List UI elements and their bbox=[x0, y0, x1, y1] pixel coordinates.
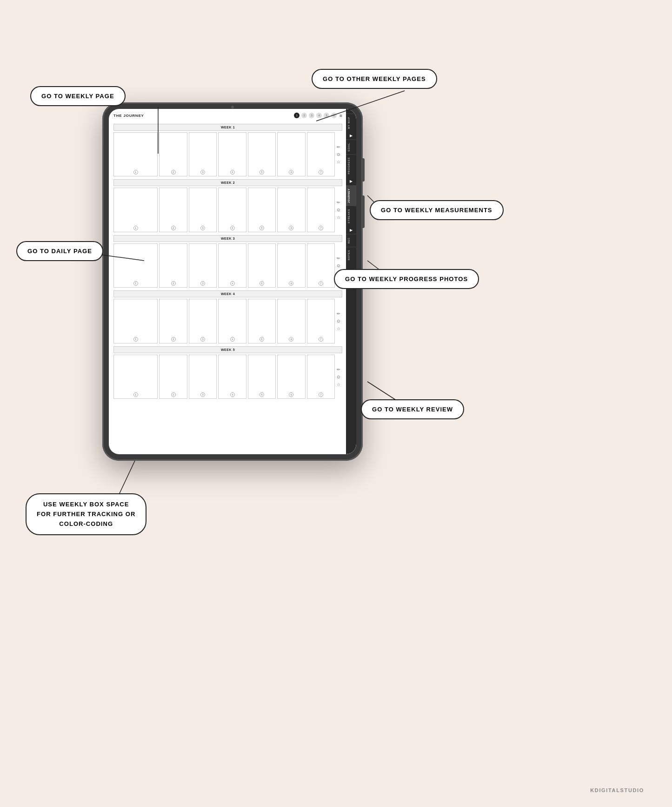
week1-day2[interactable]: 2 bbox=[159, 132, 187, 176]
app-header: THE JOURNEY 1 2 3 4 5 6 ≡ bbox=[113, 113, 342, 120]
week2-camera-icon[interactable]: ⊙ bbox=[336, 207, 341, 213]
week4-day2[interactable]: 2 bbox=[159, 299, 187, 343]
tab-arrow-1[interactable]: ▶ bbox=[350, 132, 353, 140]
week4-day1-large[interactable]: 1 bbox=[113, 299, 158, 343]
nav-dot-4[interactable]: 4 bbox=[316, 113, 322, 118]
tab-goal[interactable]: GOAL bbox=[346, 140, 356, 155]
week2-day5[interactable]: 5 bbox=[248, 188, 276, 232]
camera-dot bbox=[231, 106, 234, 108]
week-4-header: WEEK 4 bbox=[113, 290, 342, 297]
week5-day4[interactable]: 4 bbox=[218, 355, 246, 399]
ipad-device: THE JOURNEY 1 2 3 4 5 6 ≡ WEEK 1 bbox=[102, 102, 363, 461]
week5-day3[interactable]: 3 bbox=[189, 355, 217, 399]
week1-day4[interactable]: 4 bbox=[218, 132, 246, 176]
week2-day3[interactable]: 3 bbox=[189, 188, 217, 232]
week4-edit-icon[interactable]: ✏ bbox=[336, 311, 341, 316]
screen-content: THE JOURNEY 1 2 3 4 5 6 ≡ WEEK 1 bbox=[109, 109, 346, 454]
tab-progress[interactable]: PROGRESS bbox=[346, 154, 356, 177]
week3-day2[interactable]: 2 bbox=[159, 243, 187, 288]
week5-edit-icon[interactable]: ✏ bbox=[336, 367, 341, 372]
ipad-screen: THE JOURNEY 1 2 3 4 5 6 ≡ WEEK 1 bbox=[109, 109, 356, 454]
week3-edit-icon[interactable]: ✏ bbox=[336, 256, 341, 261]
week-2-header: WEEK 2 bbox=[113, 179, 342, 186]
week5-camera-icon[interactable]: ⊙ bbox=[336, 374, 341, 380]
week1-camera-icon[interactable]: ⊙ bbox=[336, 152, 341, 157]
week5-side-icons: ✏ ⊙ ☆ bbox=[336, 366, 342, 388]
side-button-1 bbox=[362, 158, 365, 182]
week4-star-icon[interactable]: ☆ bbox=[336, 326, 341, 331]
week-1-section: WEEK 1 1 2 3 4 5 6 7 ✏ ⊙ ☆ bbox=[113, 124, 342, 176]
week4-day3[interactable]: 3 bbox=[189, 299, 217, 343]
week4-day7[interactable]: 7 bbox=[307, 299, 335, 343]
tab-rec[interactable]: REC bbox=[346, 234, 356, 247]
week1-side-icons: ✏ ⊙ ☆ bbox=[336, 143, 342, 166]
callout-weekly-box-tip: USE WEEKLY BOX SPACE FOR FURTHER TRACKIN… bbox=[26, 493, 146, 535]
week3-camera-icon[interactable]: ⊙ bbox=[336, 263, 341, 269]
callout-weekly-progress-photos[interactable]: GO TO WEEKLY PROGRESS PHOTOS bbox=[334, 269, 479, 289]
nav-dots: 1 2 3 4 5 6 bbox=[294, 113, 337, 118]
week3-day6[interactable]: 6 bbox=[277, 243, 305, 288]
week2-day1-large[interactable]: 1 bbox=[113, 188, 158, 232]
callout-other-weekly[interactable]: GO TO OTHER WEEKLY PAGES bbox=[312, 69, 437, 89]
side-button-2 bbox=[362, 195, 365, 228]
week3-day3[interactable]: 3 bbox=[189, 243, 217, 288]
nav-dot-6[interactable]: 6 bbox=[331, 113, 337, 118]
week3-day7[interactable]: 7 bbox=[307, 243, 335, 288]
tab-journey[interactable]: JOURNEY bbox=[346, 185, 356, 206]
menu-icon[interactable]: ≡ bbox=[339, 113, 342, 118]
tab-arrow-3[interactable]: ▶ bbox=[350, 226, 353, 234]
week5-day2[interactable]: 2 bbox=[159, 355, 187, 399]
brand-label: KDIGITALSTUDIO bbox=[590, 787, 644, 793]
week2-day4[interactable]: 4 bbox=[218, 188, 246, 232]
week2-day7[interactable]: 7 bbox=[307, 188, 335, 232]
week1-day3[interactable]: 3 bbox=[189, 132, 217, 176]
week2-star-icon[interactable]: ☆ bbox=[336, 215, 341, 220]
nav-dot-5[interactable]: 5 bbox=[324, 113, 329, 118]
callout-weekly-measurements[interactable]: GO TO WEEKLY MEASUREMENTS bbox=[370, 200, 504, 220]
nav-dot-1[interactable]: 1 bbox=[294, 113, 299, 118]
week2-day2[interactable]: 2 bbox=[159, 188, 187, 232]
week4-camera-icon[interactable]: ⊙ bbox=[336, 318, 341, 324]
week-3-section: WEEK 3 1 2 3 4 5 6 7 ✏ ⊙ ☆ bbox=[113, 235, 342, 288]
tab-arrow-2[interactable]: ▶ bbox=[350, 177, 353, 185]
callout-weekly-page[interactable]: GO TO WEEKLY PAGE bbox=[30, 86, 126, 106]
week-5-section: WEEK 5 1 2 3 4 5 6 7 ✏ ⊙ ☆ bbox=[113, 346, 342, 399]
week2-day6[interactable]: 6 bbox=[277, 188, 305, 232]
week3-day1-large[interactable]: 1 bbox=[113, 243, 158, 288]
tab-notes[interactable]: NOTES bbox=[346, 247, 356, 263]
week4-day6[interactable]: 6 bbox=[277, 299, 305, 343]
week1-star-icon[interactable]: ☆ bbox=[336, 159, 341, 165]
week2-edit-icon[interactable]: ✏ bbox=[336, 200, 341, 205]
callout-weekly-review[interactable]: GO TO WEEKLY REVIEW bbox=[361, 399, 464, 419]
app-title: THE JOURNEY bbox=[113, 114, 144, 118]
week5-day5[interactable]: 5 bbox=[248, 355, 276, 399]
week4-day4[interactable]: 4 bbox=[218, 299, 246, 343]
week-5-header: WEEK 5 bbox=[113, 346, 342, 353]
week5-day1-large[interactable]: 1 bbox=[113, 355, 158, 399]
callout-daily-page[interactable]: GO TO DAILY PAGE bbox=[16, 241, 103, 261]
week-1-header: WEEK 1 bbox=[113, 124, 342, 131]
week-4-section: WEEK 4 1 2 3 4 5 6 7 ✏ ⊙ ☆ bbox=[113, 290, 342, 343]
week-2-section: WEEK 2 1 2 3 4 5 6 7 ✏ ⊙ ☆ bbox=[113, 179, 342, 232]
week2-side-icons: ✏ ⊙ ☆ bbox=[336, 199, 342, 221]
nav-dot-2[interactable]: 2 bbox=[301, 113, 307, 118]
week5-star-icon[interactable]: ☆ bbox=[336, 382, 341, 387]
week1-edit-icon[interactable]: ✏ bbox=[336, 144, 341, 150]
week1-day1-large[interactable]: 1 bbox=[113, 132, 158, 176]
week4-side-icons: ✏ ⊙ ☆ bbox=[336, 310, 342, 332]
nav-dot-3[interactable]: 3 bbox=[309, 113, 314, 118]
week1-day5[interactable]: 5 bbox=[248, 132, 276, 176]
week1-day6[interactable]: 6 bbox=[277, 132, 305, 176]
week3-day5[interactable]: 5 bbox=[248, 243, 276, 288]
week5-day7[interactable]: 7 bbox=[307, 355, 335, 399]
week-3-header: WEEK 3 bbox=[113, 235, 342, 242]
week3-day4[interactable]: 4 bbox=[218, 243, 246, 288]
tab-my-map[interactable]: MY MAP bbox=[346, 114, 356, 132]
week1-day7[interactable]: 7 bbox=[307, 132, 335, 176]
week4-day5[interactable]: 5 bbox=[248, 299, 276, 343]
tab-streaks[interactable]: STREAKS bbox=[346, 206, 356, 226]
week5-day6[interactable]: 6 bbox=[277, 355, 305, 399]
